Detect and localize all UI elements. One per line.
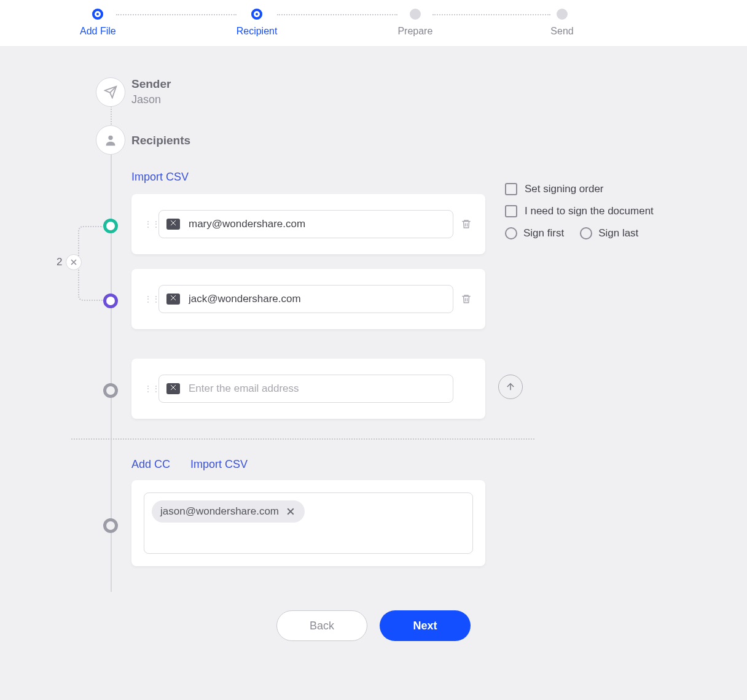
step-label: Send (550, 26, 573, 37)
trash-icon (461, 218, 472, 230)
cc-chip-email: jason@wondershare.com (160, 505, 279, 518)
import-csv-link[interactable]: Import CSV (131, 171, 189, 184)
recipients-heading: Recipients (131, 134, 190, 147)
trash-icon (461, 293, 472, 305)
person-icon (104, 133, 117, 147)
radio-label: Sign first (523, 227, 564, 239)
envelope-icon (166, 219, 180, 230)
recipient-card-empty: ⋮⋮ (131, 359, 485, 419)
step-label: Add File (80, 26, 116, 37)
recipient-email-input-1[interactable] (187, 217, 445, 231)
option-label: Set signing order (525, 183, 604, 195)
cc-chip: jason@wondershare.com (152, 500, 305, 523)
next-button[interactable]: Next (380, 610, 471, 641)
recipients-badge (96, 125, 125, 155)
delete-recipient-button[interactable] (460, 218, 473, 230)
signing-options: Set signing order I need to sign the doc… (505, 183, 654, 239)
email-input-wrapper (158, 285, 453, 313)
email-input-wrapper (158, 210, 453, 238)
option-label: I need to sign the document (525, 205, 654, 217)
back-button[interactable]: Back (276, 610, 367, 641)
step-label: Prepare (397, 26, 432, 37)
checkbox-icon (505, 205, 517, 217)
envelope-icon (166, 294, 180, 305)
recipient-card-2: ⋮⋮ (131, 269, 485, 329)
sign-first-radio[interactable]: Sign first (505, 227, 564, 239)
step-dot-icon (251, 9, 262, 20)
footer-buttons: Back Next (0, 610, 747, 641)
step-recipient[interactable]: Recipient (237, 9, 278, 37)
recipient-count: 2 (57, 254, 82, 270)
email-input-wrapper (158, 375, 453, 403)
sign-last-radio[interactable]: Sign last (580, 227, 638, 239)
remove-cc-chip-button[interactable] (285, 506, 296, 517)
recipient-node-empty (103, 383, 118, 398)
recipient-node-1 (103, 219, 118, 233)
recipient-node-2 (103, 294, 118, 308)
cc-card: jason@wondershare.com (131, 480, 485, 566)
recipient-email-input-empty[interactable] (187, 382, 445, 395)
cc-import-csv-link[interactable]: Import CSV (190, 458, 248, 471)
i-need-to-sign-checkbox[interactable]: I need to sign the document (505, 205, 654, 217)
recipient-email-input-2[interactable] (187, 292, 445, 306)
sender-badge (96, 77, 125, 107)
section-divider (71, 438, 534, 440)
close-icon (287, 508, 294, 515)
step-send[interactable]: Send (550, 9, 573, 37)
sender-name: Jason (131, 93, 161, 106)
cc-input-area[interactable]: jason@wondershare.com (144, 492, 473, 554)
drag-handle-icon[interactable]: ⋮⋮ (144, 219, 152, 229)
checkbox-icon (505, 183, 517, 195)
step-prepare[interactable]: Prepare (397, 9, 432, 37)
arrow-up-icon (505, 381, 516, 392)
radio-icon (580, 227, 592, 239)
move-up-button[interactable] (498, 375, 523, 399)
step-dot-icon (557, 9, 568, 20)
sender-heading: Sender (131, 77, 171, 91)
recipient-card-1: ⋮⋮ (131, 194, 485, 254)
radio-label: Sign last (598, 227, 638, 239)
collapse-group-button[interactable] (66, 254, 82, 270)
envelope-icon (166, 383, 180, 394)
drag-handle-icon[interactable]: ⋮⋮ (144, 384, 152, 394)
step-label: Recipient (237, 26, 278, 37)
radio-icon (505, 227, 517, 239)
paper-plane-icon (104, 85, 117, 99)
cc-node (103, 518, 118, 533)
delete-recipient-button[interactable] (460, 293, 473, 305)
svg-point-0 (108, 136, 112, 140)
close-icon (71, 259, 77, 265)
drag-handle-icon[interactable]: ⋮⋮ (144, 294, 152, 304)
recipient-count-number: 2 (57, 256, 62, 268)
step-dot-icon (410, 9, 421, 20)
step-add-file[interactable]: Add File (80, 9, 116, 37)
set-signing-order-checkbox[interactable]: Set signing order (505, 183, 654, 195)
progress-stepper: Add File Recipient Prepare Send (0, 0, 747, 47)
add-cc-link[interactable]: Add CC (131, 458, 170, 471)
step-dot-icon (92, 9, 103, 20)
